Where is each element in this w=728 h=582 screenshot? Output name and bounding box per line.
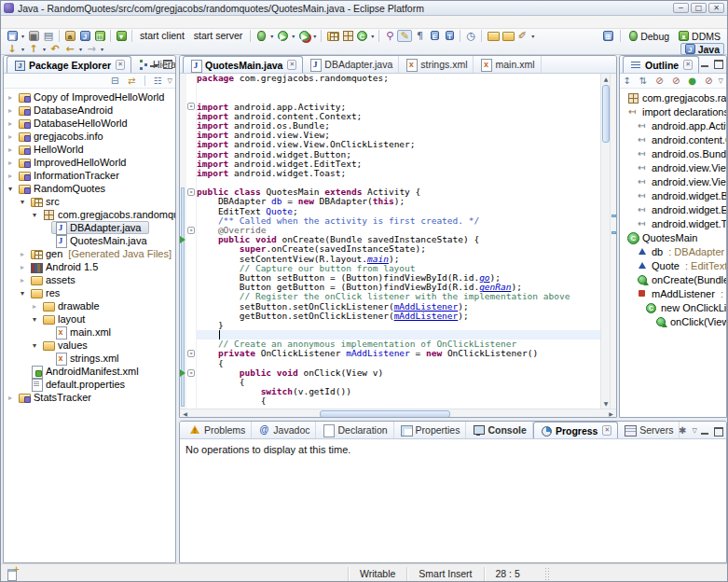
block-selection-icon[interactable]: T [442,30,457,42]
tree-item[interactable]: gregjacobs.info [4,130,175,143]
outline-item[interactable]: onClick(View) : void [620,314,726,328]
new-class-icon[interactable]: C [354,30,369,42]
java-perspective-button[interactable]: JJava [680,43,724,55]
outline-item[interactable]: android.content.Context [620,132,726,146]
forward-icon[interactable]: → [84,43,99,55]
expand-arrow-icon[interactable] [30,315,39,324]
start-server-button[interactable]: start server [189,30,248,41]
expand-arrow-icon[interactable] [6,119,15,128]
new-android-project-icon[interactable]: a [62,30,77,42]
expand-arrow-icon[interactable] [18,263,27,271]
view-menu-icon[interactable]: ✱ [676,424,690,436]
android-sdk-icon[interactable]: ▾ [114,30,129,42]
outline-item[interactable]: android.os.Bundle [620,146,726,160]
expand-arrow-icon[interactable] [6,93,15,102]
horizontal-scrollbar-thumb[interactable] [320,410,450,418]
expand-arrow-icon[interactable] [30,211,39,219]
minimize-view-icon[interactable] [149,59,159,68]
maximize-view-icon[interactable] [713,59,723,68]
tree-item[interactable]: Android 1.5 [4,260,175,273]
collapse-all-icon[interactable]: ⊟ [108,75,122,87]
tree-item[interactable]: DatabaseHelloWorld [4,117,175,130]
tree-item[interactable]: strings.xml [4,352,175,365]
tree-item[interactable]: drawable [4,299,175,312]
expand-arrow-icon[interactable] [6,172,15,180]
tab-package-explorer[interactable]: Package Explorer ✕ [7,56,131,73]
vertical-scrollbar-thumb[interactable] [602,85,610,143]
outline-item[interactable]: QuotesMain [620,230,726,244]
tree-item[interactable]: src [4,195,175,208]
occurrence-mark[interactable] [611,231,616,234]
close-icon[interactable]: ✕ [602,425,611,436]
expand-arrow-icon[interactable] [6,394,15,402]
new-wizard-icon[interactable]: ▣ [5,30,20,42]
previous-annotation-icon[interactable]: ↑ [26,43,41,55]
open-perspective-icon[interactable]: ⊞ [600,30,615,42]
code-line[interactable] [197,83,600,92]
open-resource-icon[interactable] [500,30,515,42]
last-edit-location-icon[interactable]: ↶ [48,43,62,55]
code-line[interactable]: } [197,321,600,330]
debug-dropdown-icon[interactable]: ▾ [268,33,275,39]
view-tab[interactable]: Declaration ✕ [316,422,393,438]
open-task-icon[interactable]: ◷ [463,30,478,42]
ddms-perspective-button[interactable]: ᴥDDMS [675,30,724,42]
outline-item[interactable]: android.widget.EditText [620,202,726,216]
view-menu-chevron-icon[interactable]: ▽ [693,427,697,435]
code-line[interactable]: public void onClick(View v) [197,368,600,378]
vertical-scrollbar[interactable]: ▲ ▼ [600,74,610,409]
expand-arrow-icon[interactable] [6,146,15,154]
externalize-strings-icon[interactable]: ⚲ [382,30,397,42]
view-tab[interactable]: Console ✕ [466,422,532,438]
focus-icon[interactable]: ↕ [620,75,634,87]
sort-icon[interactable]: ⇅ [637,75,651,87]
outline-item[interactable]: android.widget.Button [620,188,726,202]
new-android-test-icon[interactable]: J [77,30,92,42]
code-line[interactable]: import android.widget.Toast; [197,169,600,178]
tree-item[interactable]: values [4,339,175,352]
scroll-left-icon[interactable]: ◀ [180,409,190,418]
next-annotation-icon[interactable]: ↓ [5,43,20,55]
outline-item[interactable]: db : DBAdapter [620,244,726,258]
view-menu-chevron-icon[interactable]: ▽ [168,77,172,85]
fold-collapse-icon[interactable]: - [187,227,195,234]
outline-item[interactable]: Quote : EditText [620,258,726,272]
back-dropdown-icon[interactable]: ▾ [77,46,84,52]
tree-item[interactable]: assets [4,273,175,286]
outline-item[interactable]: mAddListener : OnClickListener [620,286,726,300]
outline-item[interactable]: android.app.Activity [620,118,726,132]
editor-tab[interactable]: DBAdapter.java ✕ [303,56,399,73]
outline-item[interactable]: android.view.View.OnClickListener [620,174,726,188]
next-annotation-dropdown-icon[interactable]: ▾ [20,46,26,52]
annotate-dropdown-icon[interactable]: ▾ [529,33,536,39]
code-area[interactable]: package com.gregjacobs.randomquotes;impo… [197,74,600,409]
expand-arrow-icon[interactable] [6,159,15,167]
expand-arrow-icon[interactable] [30,341,39,350]
expand-arrow-icon[interactable] [30,302,39,311]
tree-item[interactable]: gen [Generated Java Files] [4,247,175,260]
external-tools-dropdown-icon[interactable]: ▾ [311,33,318,39]
fold-ruler[interactable]: ----- [186,74,197,409]
new-package-icon[interactable] [339,30,354,42]
tree-item[interactable]: HelloWorld [4,143,175,156]
outline-item[interactable]: import declarations [620,104,726,118]
tree-item[interactable]: StatsTracker [4,391,175,404]
maximize-view-icon[interactable] [162,59,172,68]
annotate-icon[interactable]: ✐ [515,30,529,42]
expand-arrow-icon[interactable] [18,250,27,258]
editor-tab[interactable]: main.xml ✕ [474,56,541,73]
new-class-dropdown-icon[interactable]: ▾ [369,33,376,39]
close-icon[interactable]: ✕ [287,60,296,70]
expand-arrow-icon[interactable] [6,106,15,115]
open-file-icon[interactable] [485,30,500,42]
hide-non-public-icon[interactable]: ● [685,75,699,87]
editor-tab[interactable]: QuotesMain.java ✕ [183,56,303,73]
tree-item[interactable]: res [4,286,175,299]
forward-dropdown-icon[interactable]: ▾ [99,46,105,52]
view-tab[interactable]: Problems ✕ [183,422,252,438]
outline-item[interactable]: android.view.View [620,160,726,174]
fast-view-icon[interactable] [7,568,20,579]
fold-collapse-icon[interactable]: - [187,369,195,377]
scroll-right-icon[interactable]: ▶ [606,409,616,418]
debug-perspective-button[interactable]: Debug [625,30,673,42]
